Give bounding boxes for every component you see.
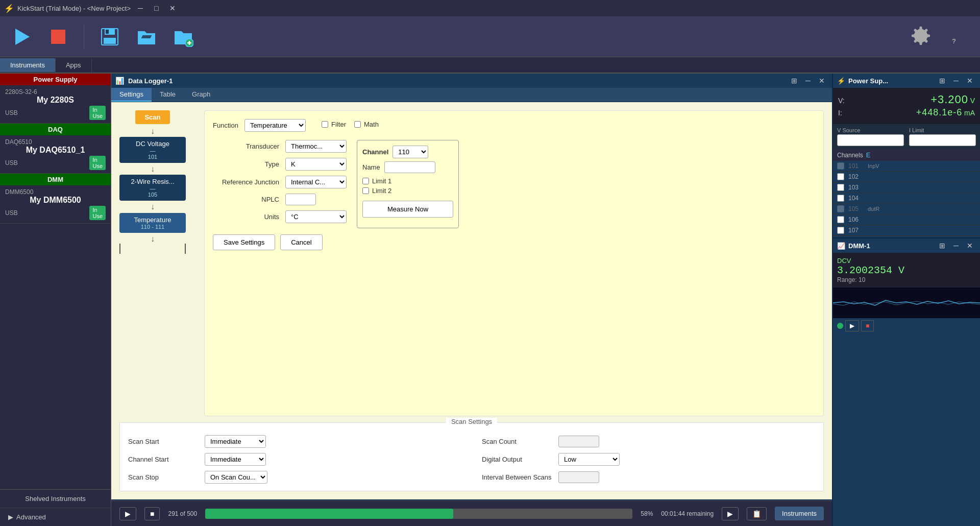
math-checkbox[interactable] xyxy=(354,121,361,128)
i-limit-input[interactable]: 0.1 mA xyxy=(909,134,976,146)
dmm-play-button[interactable]: ▶ xyxy=(845,320,859,331)
shelved-instruments-button[interactable]: Shelved Instruments xyxy=(0,490,111,508)
digital-output-label: Digital Output xyxy=(482,456,553,463)
channel-select[interactable]: 110 111 xyxy=(393,146,428,158)
dmm-item[interactable]: DMM6500 My DMM6500 USB InUse xyxy=(0,185,111,223)
interval-input[interactable]: 0.5 s xyxy=(558,471,599,483)
ps-close-button[interactable]: ✕ xyxy=(964,76,976,86)
save-settings-button[interactable]: Save Settings xyxy=(213,234,275,250)
tab-settings[interactable]: Settings xyxy=(111,88,152,102)
tab-graph[interactable]: Graph xyxy=(184,88,218,102)
transducer-select[interactable]: Thermoc... Thermocouple xyxy=(285,140,347,153)
v-source-box: V Source 3.2 V xyxy=(837,127,904,146)
voltage-label: V: xyxy=(838,97,845,105)
units-select[interactable]: °C °F K xyxy=(285,210,347,223)
save-button[interactable] xyxy=(96,23,123,50)
transducer-row: Transducer Thermoc... Thermocouple xyxy=(213,140,347,153)
play-button[interactable] xyxy=(8,23,35,50)
channel-checkbox-102[interactable] xyxy=(837,173,844,180)
scan-count-input[interactable]: 500 xyxy=(558,436,599,447)
channel-item-107[interactable]: 107 xyxy=(833,225,980,236)
limit2-checkbox[interactable] xyxy=(362,187,369,194)
minimize-button[interactable]: ─ xyxy=(134,4,147,12)
power-supply-header: Power Supply xyxy=(0,74,111,85)
nplc-input[interactable]: 1 xyxy=(285,194,316,205)
channel-checkbox-103[interactable] xyxy=(837,184,844,191)
instruments-button[interactable]: Instruments xyxy=(775,507,824,520)
channel-start-row: Channel Start Immediate xyxy=(128,453,461,466)
channel-checkbox-106[interactable] xyxy=(837,216,844,223)
channel-item-106[interactable]: 106 xyxy=(833,214,980,225)
channel-checkbox-101[interactable] xyxy=(837,162,844,170)
channel-item-102[interactable]: 102 xyxy=(833,172,980,182)
settings-button[interactable] xyxy=(906,22,935,51)
tab-apps[interactable]: Apps xyxy=(56,58,92,72)
dmm-expand-button[interactable]: ⊞ xyxy=(936,241,948,251)
daq-item[interactable]: DAQ6510 My DAQ6510_1 USB InUse xyxy=(0,135,111,173)
channel-checkbox-107[interactable] xyxy=(837,227,844,234)
panel-minimize-button[interactable]: ─ xyxy=(802,76,814,86)
ps-minimize-button[interactable]: ─ xyxy=(950,76,962,86)
filter-checkbox-label[interactable]: Filter xyxy=(322,121,346,128)
panel-close-button[interactable]: ✕ xyxy=(816,76,828,86)
nav-tabs: Instruments Apps xyxy=(0,57,980,74)
statusbar-play-button[interactable]: ▶ xyxy=(119,507,136,520)
math-checkbox-label[interactable]: Math xyxy=(354,121,379,128)
maximize-button[interactable]: □ xyxy=(150,4,162,12)
daq-model: DAQ6510 xyxy=(5,138,106,146)
channel-item-105[interactable]: 105dutR xyxy=(833,204,980,214)
channel-item-104[interactable]: 104 xyxy=(833,193,980,204)
channel-list: 101InpV102103104105dutR106107108109110TC… xyxy=(833,161,980,237)
channel-checkbox-104[interactable] xyxy=(837,195,844,202)
flow-box-temperature[interactable]: Temperature 110 - 111 xyxy=(119,213,186,233)
advanced-button[interactable]: ▶ Advanced xyxy=(0,508,111,526)
dmm-minimize-button[interactable]: ─ xyxy=(950,241,962,251)
power-supply-item[interactable]: 2280S-32-6 My 2280S USB InUse xyxy=(0,85,111,123)
flow-box-dc-voltage[interactable]: DC Voltage — 101 xyxy=(119,137,186,163)
flow-box-2wire[interactable]: 2-Wire Resis... — 105 xyxy=(119,175,186,201)
svg-rect-4 xyxy=(104,38,116,44)
tab-instruments[interactable]: Instruments xyxy=(0,58,56,72)
scan-stop-select[interactable]: On Scan Cou... Infinite xyxy=(205,471,267,484)
open-button[interactable] xyxy=(133,23,160,50)
ps-expand-button[interactable]: ⊞ xyxy=(936,76,948,86)
channel-start-select[interactable]: Immediate xyxy=(205,453,266,466)
stop-button[interactable] xyxy=(45,23,71,50)
new-project-button[interactable] xyxy=(170,23,197,50)
statusbar-stop-button[interactable]: ■ xyxy=(144,507,160,520)
limit2-label[interactable]: Limit 2 xyxy=(362,187,453,195)
name-label: Name xyxy=(362,163,380,171)
close-button[interactable]: ✕ xyxy=(165,4,180,12)
ref-junction-select[interactable]: Internal C... Internal CJC xyxy=(285,176,347,188)
panel-expand-button[interactable]: ⊞ xyxy=(788,76,800,86)
filter-checkbox[interactable] xyxy=(322,121,328,128)
measure-now-button[interactable]: Measure Now xyxy=(362,201,453,218)
scan-start-label: Scan Start xyxy=(128,438,200,445)
interval-row: Interval Between Scans 0.5 s xyxy=(482,471,815,484)
dmm-close-button[interactable]: ✕ xyxy=(964,241,976,251)
function-select[interactable]: Temperature DC Voltage Resistance xyxy=(244,119,306,132)
scan-start-select[interactable]: Immediate Manual xyxy=(205,435,266,448)
power-supply-label: My 2280S xyxy=(5,95,106,105)
current-value: +448.1e-6 xyxy=(916,107,963,117)
scan-start-button[interactable]: Scan xyxy=(135,110,169,124)
v-source-input[interactable]: 3.2 V xyxy=(837,134,904,146)
dmm-graph xyxy=(833,288,980,318)
ps-panel-controls: ⊞ ─ ✕ xyxy=(936,76,976,86)
limit1-checkbox[interactable] xyxy=(362,178,369,184)
limit1-label[interactable]: Limit 1 xyxy=(362,177,453,185)
type-select[interactable]: K J T xyxy=(285,158,347,171)
dmm-header: DMM xyxy=(0,174,111,185)
name-input[interactable]: TC1 xyxy=(384,161,435,173)
channel-checkbox-105[interactable] xyxy=(837,205,844,212)
channel-item-101[interactable]: 101InpV xyxy=(833,161,980,172)
play-record-button[interactable]: ▶ xyxy=(722,507,739,520)
dmm-stop-button[interactable]: ■ xyxy=(861,320,874,331)
channel-item-103[interactable]: 103 xyxy=(833,182,980,193)
clipboard-button[interactable]: 📋 xyxy=(747,507,767,520)
cancel-button[interactable]: Cancel xyxy=(280,234,322,250)
right-panel: ⚡ Power Sup... ⊞ ─ ✕ V: +3.200 V I: +448… xyxy=(832,74,980,526)
digital-output-select[interactable]: Low High xyxy=(558,453,620,466)
help-button[interactable]: ? xyxy=(943,22,972,51)
tab-table[interactable]: Table xyxy=(152,88,184,102)
